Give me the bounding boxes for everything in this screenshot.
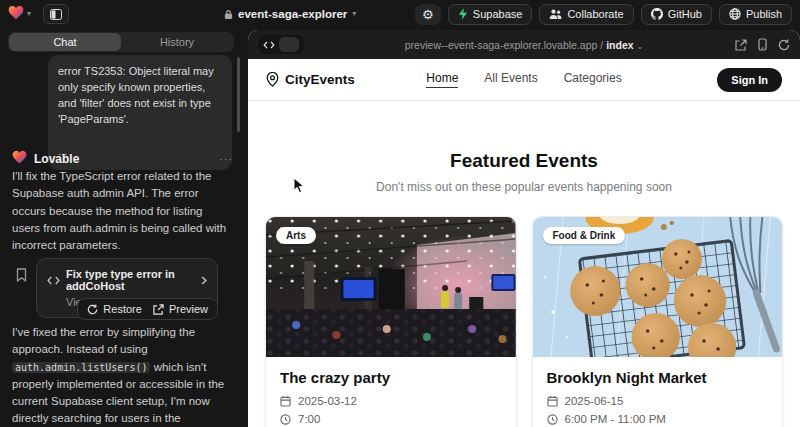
calendar-icon <box>280 395 291 407</box>
lock-icon <box>224 9 233 20</box>
event-title: The crazy party <box>280 369 502 386</box>
message-menu-button[interactable]: ··· <box>219 153 233 165</box>
clock-icon <box>280 414 291 425</box>
cityevents-site: CityEvents Home All Events Categories Si… <box>248 59 800 427</box>
event-cards: Arts The crazy party 2025-03-12 7:00 Bar… <box>248 216 800 427</box>
preview-url[interactable]: preview--event-saga-explorer.lovable.app… <box>248 39 800 51</box>
external-link-icon <box>153 304 164 315</box>
lovable-heart-icon <box>8 5 24 24</box>
event-time: 7:00 <box>298 413 320 425</box>
tab-history[interactable]: History <box>121 33 233 51</box>
restore-icon <box>87 304 98 315</box>
lovable-app-window: ▾ event-saga-explorer ▾ ⚙ Supabase Colla… <box>0 0 800 427</box>
sidebar-icon <box>50 9 62 20</box>
lovable-logo-menu[interactable]: ▾ <box>8 5 31 24</box>
mobile-view-icon[interactable] <box>758 38 767 51</box>
app-topbar: ▾ event-saga-explorer ▾ ⚙ Supabase Colla… <box>0 0 800 28</box>
nav-home[interactable]: Home <box>426 71 458 88</box>
project-name: event-saga-explorer <box>238 8 347 20</box>
supabase-button[interactable]: Supabase <box>448 4 533 25</box>
nav-categories[interactable]: Categories <box>564 71 622 88</box>
preview-pane: preview--event-saga-explorer.lovable.app… <box>248 30 800 427</box>
assistant-outro-text: I've fixed the error by simplifying the … <box>12 324 238 427</box>
supabase-icon <box>458 8 468 20</box>
category-badge: Arts <box>276 227 316 244</box>
inline-code: auth.admin.listUsers() <box>12 362 150 373</box>
github-icon <box>651 8 663 20</box>
project-switcher[interactable]: event-saga-explorer ▾ <box>224 0 356 28</box>
clock-icon <box>547 414 558 425</box>
assistant-name: Lovable <box>34 152 79 166</box>
open-in-new-tab-icon[interactable] <box>735 39 747 51</box>
event-time: 6:00 PM - 11:00 PM <box>565 413 666 425</box>
refresh-icon[interactable] <box>778 39 790 51</box>
chat-panel: Chat History error TS2353: Object litera… <box>0 28 245 427</box>
collaborate-button[interactable]: Collaborate <box>539 4 633 25</box>
hero-title: Featured Events <box>248 150 800 172</box>
toggle-knob <box>279 37 299 52</box>
tab-chat[interactable]: Chat <box>9 33 121 51</box>
hero-section: Featured Events Don't miss out on these … <box>248 150 800 194</box>
event-date: 2025-06-15 <box>565 395 624 407</box>
chat-scrollbar[interactable] <box>237 57 240 132</box>
event-title: Brooklyn Night Market <box>547 369 769 386</box>
calendar-icon <box>547 395 558 407</box>
event-date: 2025-03-12 <box>298 395 357 407</box>
chevron-down-icon: ▾ <box>352 10 356 18</box>
publish-button[interactable]: Publish <box>719 4 792 25</box>
preview-button[interactable]: Preview <box>153 303 208 315</box>
restore-button[interactable]: Restore <box>87 303 142 315</box>
chevron-down-icon: ▾ <box>27 10 31 18</box>
site-brand[interactable]: CityEvents <box>266 72 355 87</box>
sign-in-button[interactable]: Sign In <box>717 68 782 92</box>
category-badge: Food & Drink <box>543 227 626 244</box>
code-icon <box>47 276 60 285</box>
lovable-heart-icon <box>12 150 27 168</box>
event-card-crazy-party[interactable]: Arts The crazy party 2025-03-12 7:00 Bar… <box>265 216 517 427</box>
bookmark-icon[interactable] <box>16 268 27 286</box>
assistant-intro-text: I'll fix the TypeScript error related to… <box>12 168 230 254</box>
github-button[interactable]: GitHub <box>641 4 712 25</box>
toggle-sidebar-button[interactable] <box>43 4 69 24</box>
tool-card-title: Fix type type error in addCoHost <box>66 268 195 292</box>
preview-browser-bar: preview--event-saga-explorer.lovable.app… <box>248 30 800 59</box>
nav-all-events[interactable]: All Events <box>484 71 537 88</box>
site-header: CityEvents Home All Events Categories Si… <box>248 59 800 101</box>
map-pin-icon <box>266 72 279 87</box>
code-icon <box>263 41 275 49</box>
chevron-right-icon <box>201 276 207 285</box>
version-actions: Restore Preview <box>77 298 218 320</box>
hero-subtitle: Don't miss out on these popular events h… <box>248 180 800 194</box>
settings-button[interactable]: ⚙ <box>415 4 441 25</box>
code-preview-toggle[interactable] <box>258 35 304 54</box>
event-image-food-drink: Food & Drink <box>533 217 783 357</box>
globe-icon <box>729 8 741 20</box>
chat-history-tabs: Chat History <box>8 32 234 52</box>
people-icon <box>549 9 562 20</box>
error-message-text: error TS2353: Object literal may only sp… <box>58 64 222 128</box>
event-image-arts: Arts <box>266 217 516 357</box>
assistant-header: Lovable ··· <box>12 150 233 168</box>
event-card-brooklyn-night-market[interactable]: Food & Drink Brooklyn Night Market 2025-… <box>532 216 784 427</box>
gear-icon: ⚙ <box>422 7 434 22</box>
